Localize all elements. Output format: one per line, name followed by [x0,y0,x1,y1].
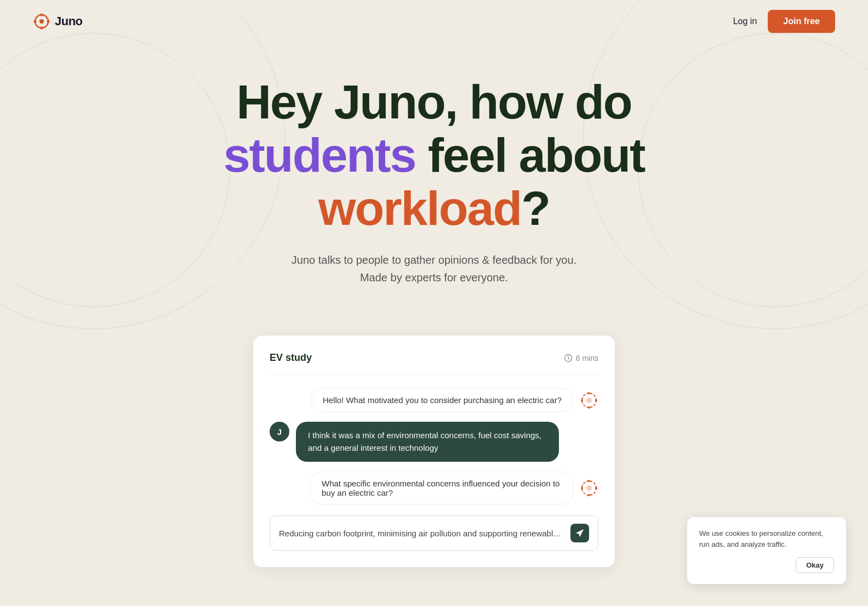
svg-point-18 [595,487,597,489]
message-bubble-user: I think it was a mix of environmental co… [296,422,559,462]
svg-point-17 [581,487,583,489]
svg-point-12 [595,399,597,401]
hero-word-students: students [224,128,416,182]
svg-point-5 [47,20,50,23]
svg-point-4 [34,20,37,23]
time-label: 6 mins [576,354,598,363]
logo[interactable]: Juno [33,13,83,30]
navbar: Juno Log in Join free [0,0,868,43]
message-bubble-juno-1: Hello! What motivated you to consider pu… [311,388,573,412]
juno-logo-icon [33,13,50,30]
divider [270,375,598,375]
svg-point-15 [588,480,590,482]
hero-word-workload: workload [318,181,521,235]
login-button[interactable]: Log in [733,16,757,26]
hero-word-question: ? [521,181,550,235]
hero-section: Hey Juno, how do students feel about wor… [0,43,868,308]
chat-messages: Hello! What motivated you to consider pu… [270,388,598,505]
cookie-okay-button[interactable]: Okay [796,557,834,573]
brand-name: Juno [55,14,83,29]
message-row: J I think it was a mix of environmental … [270,422,598,462]
svg-point-3 [41,27,43,30]
juno-avatar-icon-2 [580,479,598,497]
nav-actions: Log in Join free [733,10,835,33]
juno-avatar-icon [580,391,598,410]
message-row: Hello! What motivated you to consider pu… [270,388,598,412]
clock-icon [564,354,573,363]
chat-input-text: Reducing carbon footprint, minimising ai… [279,529,565,538]
svg-point-1 [39,19,44,24]
chat-card-title: EV study [270,352,312,364]
chat-card-time: 6 mins [564,354,598,363]
svg-point-11 [581,399,583,401]
svg-point-10 [588,406,590,409]
svg-point-9 [588,392,590,394]
svg-point-8 [586,398,592,403]
user-avatar: J [270,422,289,441]
svg-point-2 [41,14,43,16]
message-bubble-juno-2: What specific environmental concerns inf… [310,472,573,505]
hero-line1: Hey Juno, how do [237,75,632,129]
join-button[interactable]: Join free [768,10,835,33]
svg-point-16 [588,494,590,496]
send-button[interactable] [570,524,589,542]
svg-point-14 [586,485,592,491]
chat-card-header: EV study 6 mins [270,352,598,364]
cookie-text: We use cookies to personalize content, r… [699,528,834,550]
chat-input-area[interactable]: Reducing carbon footprint, minimising ai… [270,516,598,551]
hero-word-feel-about: feel about [428,128,645,182]
cookie-banner: We use cookies to personalize content, r… [687,517,846,584]
hero-title: Hey Juno, how do students feel about wor… [11,76,857,235]
message-row: What specific environmental concerns inf… [270,472,598,505]
hero-subtitle: Juno talks to people to gather opinions … [11,251,857,286]
chat-card: EV study 6 mins Hello! What motivated yo… [253,336,615,567]
send-icon [575,528,585,538]
